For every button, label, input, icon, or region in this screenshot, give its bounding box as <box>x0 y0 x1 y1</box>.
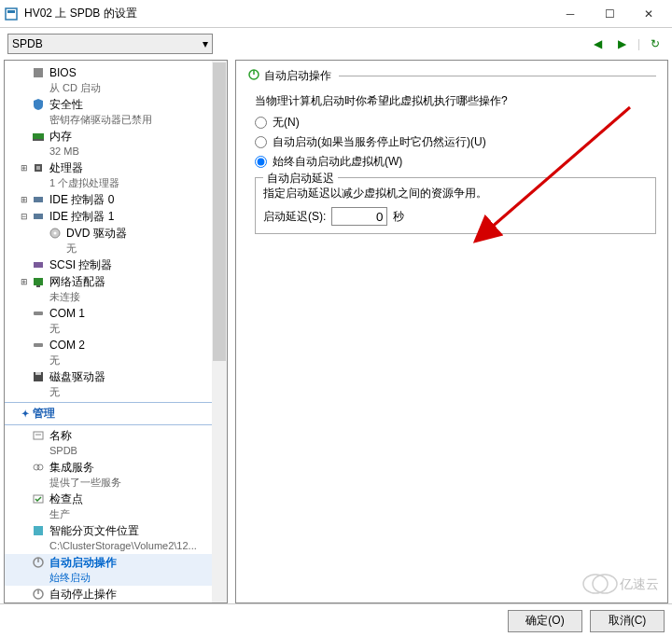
tree-item-cpu[interactable]: ⊞处理器1 个虚拟处理器 <box>5 159 227 191</box>
tree-item-label: 名称 <box>49 428 77 443</box>
tree-item-integration[interactable]: 集成服务提供了一些服务 <box>5 459 227 491</box>
next-button[interactable]: ▶ <box>613 35 632 53</box>
delay-label: 启动延迟(S): <box>263 209 326 225</box>
radio-auto-if-input[interactable] <box>255 136 267 148</box>
expand-toggle[interactable]: ⊞ <box>18 274 31 289</box>
scsi-icon <box>31 257 46 272</box>
radio-always-input[interactable] <box>255 156 267 168</box>
tree-item-floppy[interactable]: 磁盘驱动器无 <box>5 368 227 400</box>
vm-selector-value: SPDB <box>12 37 43 50</box>
svg-rect-7 <box>34 197 43 202</box>
tree-item-label: 检查点 <box>49 492 83 506</box>
tree-item-security[interactable]: 安全性密钥存储驱动器已禁用 <box>5 96 227 128</box>
tree-item-label: IDE 控制器 0 <box>49 192 114 207</box>
tree-item-smartpaging[interactable]: 智能分页文件位置C:\ClusterStorage\Volume2\12... <box>5 522 227 554</box>
tree-item-autostop[interactable]: 自动停止操作保存 <box>5 586 227 603</box>
tree-item-dvd[interactable]: DVD 驱动器无 <box>5 225 227 256</box>
expand-toggle[interactable]: ⊟ <box>18 209 31 224</box>
group-header: 自动启动操作 <box>247 68 656 84</box>
title-bar: HV02 上 SPDB 的设置 ─ ☐ ✕ <box>0 0 672 28</box>
tree-item-label: DVD 驱动器 <box>66 226 127 241</box>
integration-icon <box>31 460 46 475</box>
tree-item-sublabel: 生产 <box>49 506 83 521</box>
tree-item-sublabel: 提供了一些服务 <box>49 475 121 490</box>
detail-panel: 自动启动操作 当物理计算机启动时你希望此虚拟机执行哪些操作? 无(N) 自动启动… <box>235 60 668 603</box>
ok-button[interactable]: 确定(O) <box>508 610 582 632</box>
tree-item-bios[interactable]: BIOS从 CD 启动 <box>5 64 227 96</box>
tree-item-net[interactable]: ⊞网络适配器未连接 <box>5 273 227 305</box>
tree-item-com1[interactable]: COM 1无 <box>5 305 227 337</box>
vm-selector[interactable]: SPDB ▾ <box>7 34 213 54</box>
tree-item-checkpoint[interactable]: 检查点生产 <box>5 491 227 522</box>
tree-item-ide0[interactable]: ⊞IDE 控制器 0 <box>5 191 227 208</box>
svg-rect-6 <box>36 166 40 170</box>
floppy-icon <box>31 369 46 384</box>
management-section-header[interactable]: ✦管理 <box>5 402 227 425</box>
settings-tree[interactable]: BIOS从 CD 启动安全性密钥存储驱动器已禁用内存32 MB⊞处理器1 个虚拟… <box>4 60 228 603</box>
tree-item-autostart[interactable]: 自动启动操作始终启动 <box>5 554 227 586</box>
tree-item-sublabel: 无 <box>49 321 85 336</box>
tree-item-label: COM 1 <box>49 306 85 321</box>
expand-toggle[interactable]: ⊞ <box>18 160 31 175</box>
tree-item-sublabel: 保存 <box>49 602 117 603</box>
power-icon <box>247 68 260 84</box>
maximize-button[interactable]: ☐ <box>590 1 629 27</box>
radio-none-label: 无(N) <box>273 115 300 131</box>
dropdown-arrow-icon: ▾ <box>203 37 208 50</box>
tree-item-label: 处理器 <box>49 160 119 175</box>
delay-unit: 秒 <box>393 209 404 225</box>
tree-item-com2[interactable]: COM 2无 <box>5 337 227 368</box>
dialog-footer: 确定(O) 取消(C) <box>0 603 672 637</box>
cancel-button[interactable]: 取消(C) <box>590 610 665 632</box>
svg-point-21 <box>37 464 43 470</box>
svg-point-10 <box>54 232 57 235</box>
toolbar: SPDB ▾ ◀ ▶ | ↻ <box>0 28 672 60</box>
radio-none[interactable]: 无(N) <box>255 115 656 131</box>
svg-rect-12 <box>34 278 43 285</box>
tree-item-label: BIOS <box>49 65 101 80</box>
minimize-button[interactable]: ─ <box>551 1 590 27</box>
ide-icon <box>31 209 46 224</box>
svg-rect-15 <box>34 343 43 347</box>
com-icon <box>31 306 46 321</box>
tree-item-label: 内存 <box>49 129 79 144</box>
prev-button[interactable]: ◀ <box>589 35 608 53</box>
scrollbar[interactable] <box>212 61 227 602</box>
radio-none-input[interactable] <box>255 117 267 129</box>
svg-rect-17 <box>35 372 41 375</box>
caret-icon: ✦ <box>21 409 29 419</box>
tree-item-sublabel: C:\ClusterStorage\Volume2\12... <box>49 538 197 553</box>
tree-item-scsi[interactable]: SCSI 控制器 <box>5 256 227 273</box>
tree-item-sublabel: 从 CD 启动 <box>49 80 101 95</box>
svg-rect-4 <box>33 139 44 141</box>
tree-item-label: 磁盘驱动器 <box>49 369 105 384</box>
refresh-button[interactable]: ↻ <box>646 35 665 53</box>
radio-auto-if[interactable]: 自动启动(如果当服务停止时它仍然运行)(U) <box>255 134 656 150</box>
ram-icon <box>31 129 46 144</box>
tree-item-name[interactable]: 名称SPDB <box>5 427 227 459</box>
tree-item-sublabel: 无 <box>66 241 127 256</box>
svg-rect-0 <box>6 8 17 20</box>
description-text: 当物理计算机启动时你希望此虚拟机执行哪些操作? <box>255 93 656 109</box>
tree-item-sublabel: 密钥存储驱动器已禁用 <box>49 112 152 127</box>
svg-rect-11 <box>34 262 43 268</box>
tree-item-memory[interactable]: 内存32 MB <box>5 128 227 159</box>
power-icon <box>31 555 46 570</box>
tree-item-ide1[interactable]: ⊟IDE 控制器 1 <box>5 208 227 225</box>
svg-rect-23 <box>34 526 38 535</box>
com-icon <box>31 338 46 353</box>
tree-item-label: SCSI 控制器 <box>49 257 112 272</box>
svg-rect-14 <box>34 312 43 315</box>
radio-always[interactable]: 始终自动启动此虚拟机(W) <box>255 154 656 170</box>
smartpaging-icon <box>31 523 46 538</box>
svg-rect-24 <box>38 526 43 535</box>
nic-icon <box>31 274 46 289</box>
expand-toggle[interactable]: ⊞ <box>18 192 31 207</box>
svg-rect-18 <box>34 432 43 439</box>
tree-item-label: 网络适配器 <box>49 274 105 289</box>
tree-item-label: 智能分页文件位置 <box>49 523 197 538</box>
tree-item-label: IDE 控制器 1 <box>49 209 114 224</box>
bios-icon <box>31 65 46 80</box>
close-button[interactable]: ✕ <box>629 1 668 27</box>
delay-input[interactable] <box>331 207 387 226</box>
